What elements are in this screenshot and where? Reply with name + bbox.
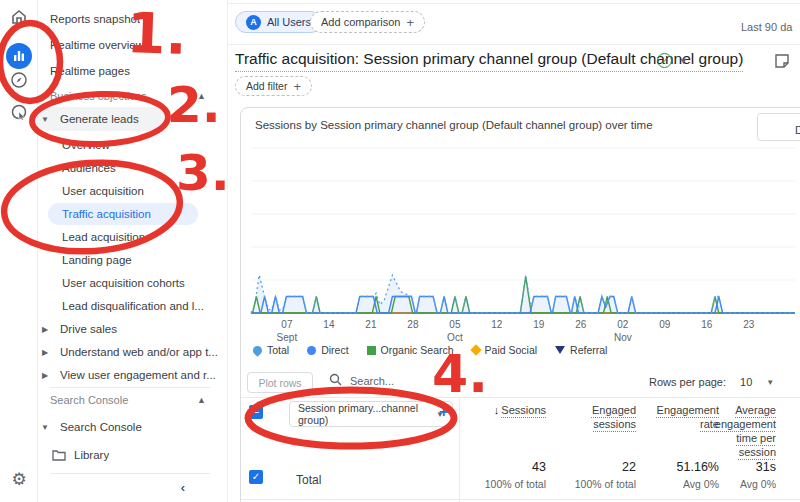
chart-title: Sessions by Session primary channel grou… xyxy=(255,119,653,131)
sidebar-item-understand-web-app[interactable]: ▶Understand web and/or app t... xyxy=(38,341,228,363)
sidebar-item-view-user-engagement[interactable]: ▶View user engagement and r... xyxy=(38,364,228,386)
svg-text:26: 26 xyxy=(575,319,587,330)
sort-descending-icon: ↓ xyxy=(494,404,500,416)
sidebar-item-lead-acquisition[interactable]: Lead acquisition xyxy=(38,226,228,248)
cell-avg-engagement-time-sub: Avg 0% xyxy=(696,478,776,490)
sidebar-item-generate-leads[interactable]: ▼Generate leads xyxy=(38,107,228,131)
column-header-sessions[interactable]: ↓Sessions xyxy=(466,403,546,417)
dimension-dropdown[interactable]: Session primary...channel group) ▼ xyxy=(289,401,453,427)
svg-text:21: 21 xyxy=(365,319,377,330)
search-placeholder: Search... xyxy=(350,375,394,387)
sidebar-item-realtime-pages[interactable]: Realtime pages xyxy=(38,60,228,82)
triangle-down-legend-icon xyxy=(555,346,565,354)
sidebar-item-reports-snapshot[interactable]: Reports snapshot xyxy=(38,8,228,30)
gridlines xyxy=(251,148,795,313)
cell-sessions: 43 xyxy=(466,460,546,474)
x-axis-ticks: 07Sept14212805Oct12192602Nov091623 xyxy=(277,319,755,343)
sidebar-item-overview[interactable]: Overview xyxy=(38,134,228,156)
legend-label: Paid Social xyxy=(485,344,538,356)
rows-per-page-value[interactable]: 10 xyxy=(740,376,752,388)
add-comparison-button[interactable]: Add comparison+ xyxy=(310,11,425,33)
add-dimension-button[interactable]: + xyxy=(439,403,448,421)
search-icon xyxy=(329,373,342,388)
chevron-down-icon[interactable]: ▼ xyxy=(679,56,688,66)
plot-rows-button[interactable]: Plot rows xyxy=(247,372,313,393)
sidebar-item-user-acquisition[interactable]: User acquisition xyxy=(38,180,228,202)
chevron-down-icon[interactable]: ▼ xyxy=(38,423,52,432)
note-icon[interactable] xyxy=(774,53,790,73)
legend-label: Organic Search xyxy=(381,344,454,356)
sidebar-item-audiences[interactable]: Audiences xyxy=(38,157,228,179)
section-search-console: Search Console ▲ xyxy=(50,394,216,406)
svg-text:09: 09 xyxy=(659,319,671,330)
svg-text:12: 12 xyxy=(491,319,503,330)
legend-item-total[interactable]: Total xyxy=(253,344,289,356)
sidebar-item-drive-sales[interactable]: ▶Drive sales xyxy=(38,318,228,340)
legend-item-referral[interactable]: Referral xyxy=(555,344,607,356)
section-business-objectives: Business objectives ▲ xyxy=(50,90,216,102)
svg-text:05: 05 xyxy=(449,319,461,330)
collapse-sidebar-icon[interactable]: ‹ xyxy=(168,480,198,498)
divider xyxy=(241,397,800,398)
svg-text:07: 07 xyxy=(281,319,293,330)
collapse-section-icon[interactable]: ▲ xyxy=(197,91,206,101)
chevron-down-icon: ▼ xyxy=(766,378,774,387)
reports-icon-bubble xyxy=(6,43,32,69)
sidebar-item-traffic-acquisition[interactable]: Traffic acquisition xyxy=(38,203,228,225)
column-header-engaged-sessions[interactable]: Engaged sessions xyxy=(571,403,636,431)
report-nav-sidebar: Reports snapshot Realtime overview Realt… xyxy=(38,0,228,502)
chevron-down-icon[interactable]: ▼ xyxy=(38,115,52,124)
add-filter-button[interactable]: Add filter+ xyxy=(235,76,312,96)
plus-icon: + xyxy=(293,79,301,94)
sessions-over-time-chart: 07Sept14212805Oct12192602Nov091623 xyxy=(247,134,799,346)
column-divider xyxy=(459,397,460,502)
reports-icon[interactable] xyxy=(0,43,38,69)
admin-gear-icon[interactable]: ⚙ xyxy=(0,471,38,488)
sidebar-item-lead-disqualification[interactable]: Lead disqualification and l... xyxy=(38,295,228,317)
svg-text:16: 16 xyxy=(701,319,713,330)
svg-text:28: 28 xyxy=(407,319,419,330)
select-all-checkbox[interactable]: – xyxy=(249,405,263,419)
home-icon[interactable] xyxy=(0,8,38,26)
table-search-input[interactable]: Search... xyxy=(329,373,394,388)
rows-per-page-control[interactable]: Rows per page: 10 ▼ xyxy=(649,376,774,388)
legend-item-direct[interactable]: Direct xyxy=(307,344,348,356)
legend-label: Referral xyxy=(570,344,607,356)
legend-item-paid-social[interactable]: Paid Social xyxy=(472,344,538,356)
sidebar-item-library[interactable]: Library xyxy=(38,444,228,466)
cell-avg-engagement-time: 31s xyxy=(696,460,776,474)
svg-text:Sept: Sept xyxy=(277,332,298,343)
chevron-right-icon[interactable]: ▶ xyxy=(38,371,52,380)
audience-pill-all-users[interactable]: A All Users xyxy=(235,11,322,33)
advertising-icon[interactable] xyxy=(0,103,38,121)
column-header-avg-engagement-time[interactable]: Average engagement time per session xyxy=(698,403,776,459)
explore-icon[interactable] xyxy=(0,71,38,89)
cell-engaged-sessions: 22 xyxy=(556,460,636,474)
chart-legend: TotalDirectOrganic SearchPaid SocialRefe… xyxy=(253,344,607,356)
divider xyxy=(241,499,800,500)
svg-text:02: 02 xyxy=(617,319,629,330)
report-card: Sessions by Session primary channel grou… xyxy=(240,107,800,502)
svg-text:Oct: Oct xyxy=(447,332,463,343)
collapse-section-icon[interactable]: ▲ xyxy=(197,395,206,405)
legend-label: Total xyxy=(267,344,289,356)
plus-icon: + xyxy=(407,15,415,30)
sidebar-item-landing-page[interactable]: Landing page xyxy=(38,249,228,271)
legend-item-organic-search[interactable]: Organic Search xyxy=(367,344,454,356)
checkmark-status-icon[interactable]: ✓ xyxy=(657,53,672,68)
folder-icon xyxy=(38,449,66,461)
divider xyxy=(50,473,210,474)
svg-text:23: 23 xyxy=(743,319,755,330)
chevron-right-icon[interactable]: ▶ xyxy=(38,325,52,334)
row-checkbox-total[interactable]: ✓ xyxy=(249,470,263,484)
date-range-label[interactable]: Last 90 da xyxy=(741,21,792,33)
sidebar-item-search-console[interactable]: ▼Search Console xyxy=(38,416,228,438)
left-icon-rail: ⚙ xyxy=(0,0,38,502)
svg-text:14: 14 xyxy=(323,319,335,330)
divider xyxy=(228,44,800,45)
pin-legend-icon xyxy=(251,344,264,357)
sidebar-item-realtime-overview[interactable]: Realtime overview xyxy=(38,34,228,56)
sidebar-item-user-acquisition-cohorts[interactable]: User acquisition cohorts xyxy=(38,272,228,294)
ga4-traffic-acquisition-screen: ⚙ Reports snapshot Realtime overview Rea… xyxy=(0,0,800,502)
chevron-right-icon[interactable]: ▶ xyxy=(38,348,52,357)
